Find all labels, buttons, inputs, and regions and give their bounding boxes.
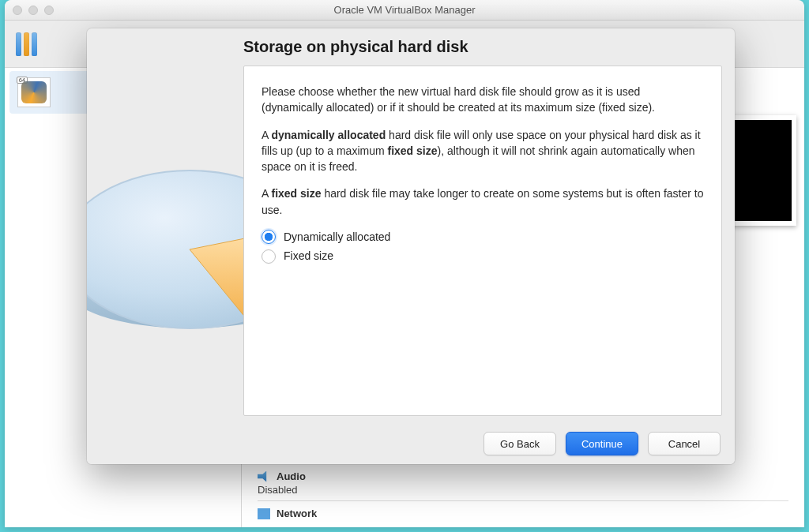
radio-fixed-size[interactable]: Fixed size <box>262 248 704 264</box>
radio-dynamically-allocated[interactable]: Dynamically allocated <box>262 229 704 245</box>
radio-indicator-selected-icon <box>262 230 276 244</box>
audio-section-header[interactable]: Audio <box>258 470 788 482</box>
radio-indicator-icon <box>262 249 276 264</box>
titlebar: Oracle VM VirtualBox Manager <box>5 0 804 21</box>
dialog-paragraph-1: Please choose whether the new virtual ha… <box>262 84 704 116</box>
detail-section: Audio Disabled Network <box>258 464 788 519</box>
section-divider <box>258 500 788 501</box>
create-disk-wizard-dialog: Storage on physical hard disk Please cho… <box>87 28 735 464</box>
network-section-header[interactable]: Network <box>258 508 788 519</box>
window-controls <box>5 6 54 15</box>
minimize-window-button[interactable] <box>28 6 38 15</box>
network-icon <box>258 508 270 519</box>
radio-label-fixed: Fixed size <box>284 248 333 264</box>
dialog-paragraph-2: A dynamically allocated hard disk file w… <box>262 127 704 175</box>
dialog-paragraph-3: A fixed size hard disk file may take lon… <box>262 185 704 218</box>
audio-status: Disabled <box>258 484 788 496</box>
dialog-title: Storage on physical hard disk <box>243 38 722 56</box>
window-title: Oracle VM VirtualBox Manager <box>5 4 804 16</box>
close-window-button[interactable] <box>13 6 22 15</box>
zoom-window-button[interactable] <box>44 6 54 15</box>
vm-os-icon: 64 <box>17 77 51 107</box>
audio-header-label: Audio <box>277 470 306 482</box>
radio-label-dynamic: Dynamically allocated <box>284 229 390 245</box>
dialog-content-panel: Please choose whether the new virtual ha… <box>243 66 722 416</box>
tools-icon[interactable] <box>16 32 37 56</box>
audio-icon <box>258 471 270 482</box>
network-header-label: Network <box>277 508 317 519</box>
